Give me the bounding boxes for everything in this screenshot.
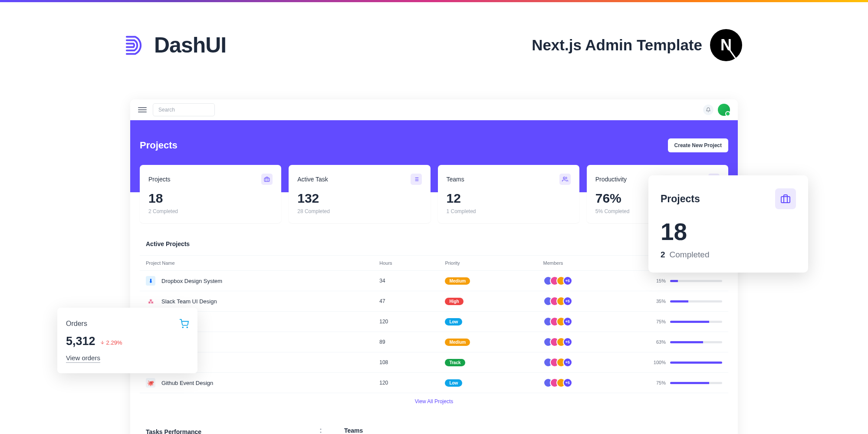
table-row[interactable]: ⬇Dropbox Design System34Medium+515% bbox=[140, 271, 728, 291]
progress-value: 15% bbox=[652, 278, 666, 283]
brand-name: DashUI bbox=[154, 33, 226, 58]
stat-label: Projects bbox=[148, 176, 171, 183]
stat-card-active-task: Active Task13228 Completed bbox=[289, 165, 430, 223]
briefcase-icon bbox=[775, 188, 796, 209]
progress-bar bbox=[670, 321, 722, 323]
priority-badge: Low bbox=[445, 379, 462, 387]
table-row[interactable]: elling89Medium+563% bbox=[140, 332, 728, 352]
svg-rect-11 bbox=[781, 197, 790, 203]
member-avatars: +5 bbox=[543, 276, 640, 286]
stat-label: Teams bbox=[447, 176, 464, 183]
col-project-name: Project Name bbox=[140, 256, 373, 271]
stat-sub: 1 Completed bbox=[447, 208, 571, 214]
nextjs-logo-icon: N bbox=[710, 29, 742, 61]
page-title: Projects bbox=[140, 140, 178, 151]
table-row[interactable]: 120Low+575% bbox=[140, 312, 728, 332]
member-avatars: +5 bbox=[543, 337, 640, 347]
tasks-performance-title: Tasks Performance bbox=[146, 428, 201, 434]
svg-point-7 bbox=[563, 177, 566, 179]
orders-callout-card: Orders 5,312 2.29% View orders bbox=[57, 308, 197, 373]
tasks-card-menu-icon[interactable]: ⋮ bbox=[317, 427, 325, 434]
view-orders-link[interactable]: View orders bbox=[66, 354, 100, 363]
table-row[interactable]: 🐙Github Event Design120Low+575% bbox=[140, 373, 728, 393]
app-topbar: Search bbox=[130, 99, 738, 120]
hours-cell: 89 bbox=[373, 332, 439, 352]
stat-card-projects: Projects182 Completed bbox=[140, 165, 281, 223]
stat-sub: 2 Completed bbox=[148, 208, 273, 214]
list-icon bbox=[411, 174, 422, 185]
table-row[interactable]: ⁂Slack Team UI Design47High+535% bbox=[140, 291, 728, 312]
progress-value: 63% bbox=[652, 339, 666, 345]
view-all-projects-link[interactable]: View All Projects bbox=[140, 393, 728, 410]
bell-icon bbox=[706, 107, 711, 112]
progress-bar bbox=[670, 341, 722, 343]
col-hours: Hours bbox=[373, 256, 439, 271]
stat-sub: 28 Completed bbox=[297, 208, 421, 214]
stat-label: Active Task bbox=[297, 176, 328, 183]
briefcase-icon bbox=[261, 174, 273, 185]
members-more-badge: +5 bbox=[563, 296, 572, 306]
tasks-performance-card: Tasks Performance ⋮ bbox=[140, 419, 331, 434]
progress-bar bbox=[670, 300, 722, 302]
hours-cell: 108 bbox=[373, 352, 439, 373]
svg-rect-0 bbox=[264, 178, 270, 181]
progress-value: 75% bbox=[652, 380, 666, 385]
header-right: Next.js Admin Template N bbox=[532, 29, 742, 61]
user-avatar[interactable] bbox=[718, 104, 730, 116]
orders-delta: 2.29% bbox=[100, 339, 122, 346]
member-avatars: +5 bbox=[543, 358, 640, 367]
progress-value: 35% bbox=[652, 299, 666, 304]
project-icon: ⁂ bbox=[146, 296, 155, 306]
dashboard-frame: Search Projects Create New Project Proje… bbox=[130, 99, 738, 434]
search-input[interactable]: Search bbox=[153, 103, 215, 116]
project-name: Dropbox Design System bbox=[161, 278, 222, 284]
stats-row: Projects182 CompletedActive Task13228 Co… bbox=[130, 165, 738, 223]
teams-card: Teams bbox=[338, 419, 728, 434]
priority-badge: Track bbox=[445, 359, 465, 366]
active-projects-title: Active Projects bbox=[140, 233, 728, 255]
stat-label: Productivity bbox=[595, 176, 627, 183]
priority-badge: Medium bbox=[445, 277, 470, 285]
col-members: Members bbox=[537, 256, 646, 271]
callout-projects-label: Projects bbox=[661, 193, 700, 205]
create-project-button[interactable]: Create New Project bbox=[668, 138, 728, 152]
callout-projects-sub: 2Completed bbox=[661, 250, 796, 260]
col-priority: Priority bbox=[439, 256, 537, 271]
progress-bar bbox=[670, 382, 722, 384]
priority-badge: High bbox=[445, 298, 463, 305]
svg-point-13 bbox=[187, 327, 187, 328]
project-name: Github Event Design bbox=[161, 380, 213, 386]
stat-card-teams: Teams121 Completed bbox=[438, 165, 579, 223]
projects-callout-card: Projects 18 2Completed bbox=[648, 175, 808, 273]
notifications-button[interactable] bbox=[703, 105, 713, 115]
priority-badge: Low bbox=[445, 318, 462, 326]
cart-icon bbox=[179, 319, 189, 329]
page-header: DashUI Next.js Admin Template N bbox=[0, 2, 868, 79]
members-more-badge: +5 bbox=[563, 317, 572, 326]
orders-value: 5,312 bbox=[66, 335, 95, 348]
dashui-logo-icon bbox=[123, 33, 149, 58]
members-more-badge: +5 bbox=[563, 276, 572, 286]
member-avatars: +5 bbox=[543, 317, 640, 326]
active-projects-card: Active Projects Project Name Hours Prior… bbox=[140, 233, 728, 410]
stat-value: 18 bbox=[148, 191, 273, 206]
project-name: Slack Team UI Design bbox=[161, 298, 217, 305]
member-avatars: +5 bbox=[543, 296, 640, 306]
teams-card-title: Teams bbox=[344, 427, 722, 434]
header-subtitle: Next.js Admin Template bbox=[532, 36, 702, 54]
progress-value: 75% bbox=[652, 319, 666, 324]
priority-badge: Medium bbox=[445, 339, 470, 346]
hours-cell: 120 bbox=[373, 373, 439, 393]
hamburger-menu-button[interactable] bbox=[138, 105, 147, 114]
hours-cell: 47 bbox=[373, 291, 439, 312]
orders-label: Orders bbox=[66, 320, 87, 328]
hours-cell: 34 bbox=[373, 271, 439, 291]
progress-bar bbox=[670, 362, 722, 364]
projects-table: Project Name Hours Priority Members Prog… bbox=[140, 255, 728, 393]
users-icon bbox=[559, 174, 571, 185]
members-more-badge: +5 bbox=[563, 378, 572, 388]
svg-point-12 bbox=[182, 327, 183, 328]
project-icon: ⬇ bbox=[146, 276, 155, 286]
table-row[interactable]: ystem108Track+5100% bbox=[140, 352, 728, 373]
bottom-cards-row: Tasks Performance ⋮ Teams bbox=[130, 419, 738, 434]
